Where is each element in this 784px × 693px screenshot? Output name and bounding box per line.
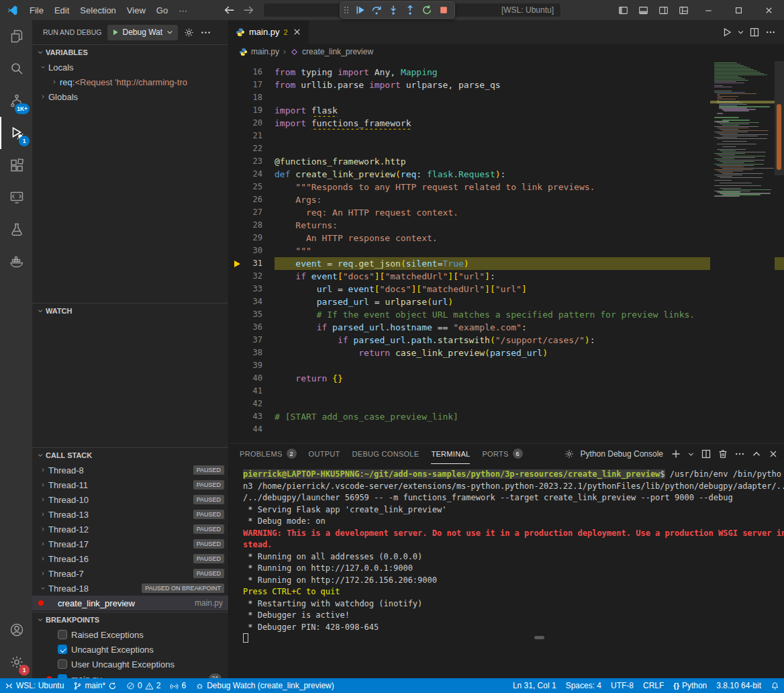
status-branch[interactable]: main* xyxy=(68,678,121,693)
gutter[interactable]: 32 xyxy=(229,270,275,283)
stop-button[interactable] xyxy=(435,2,452,18)
terminal-output[interactable]: pierrick@LAPTOP-HKU5PNNG:~/git/add-ons-s… xyxy=(229,464,784,678)
toggle-panel-icon[interactable] xyxy=(633,0,653,20)
code-line[interactable]: 35 # If the event object URL matches a s… xyxy=(229,308,784,321)
gutter[interactable]: 20 xyxy=(229,117,275,130)
close-window-button[interactable] xyxy=(754,0,784,20)
panel-more-actions-button[interactable] xyxy=(734,449,745,459)
menu-selection[interactable]: Selection xyxy=(75,5,121,15)
activitybar-docker[interactable] xyxy=(0,246,32,278)
breakpoint-checkbox[interactable] xyxy=(58,630,67,639)
tab-main-py[interactable]: main.py 2 xyxy=(229,20,309,44)
gutter[interactable]: 22 xyxy=(229,142,275,155)
code-line[interactable]: 23@functions_framework.http xyxy=(229,155,784,168)
panel-tab-output[interactable]: OUTPUT xyxy=(309,444,340,464)
new-terminal-button[interactable] xyxy=(671,449,681,459)
debug-config-dropdown[interactable]: Debug Wat xyxy=(107,25,179,40)
breadcrumb-create-link-preview[interactable]: create_link_preview xyxy=(290,47,373,56)
kill-terminal-button[interactable] xyxy=(718,449,728,459)
code-line[interactable]: 24def create_link_preview(req: flask.Req… xyxy=(229,168,784,181)
menu-more[interactable]: ··· xyxy=(173,5,193,15)
activitybar-testing[interactable] xyxy=(0,214,32,246)
breakpoint-checkbox[interactable] xyxy=(58,674,67,678)
panel-tab-ports[interactable]: PORTS6 xyxy=(482,444,522,464)
code-line[interactable]: 26 Args: xyxy=(229,193,784,206)
step-out-button[interactable] xyxy=(401,2,418,18)
close-panel-icon[interactable] xyxy=(768,449,779,459)
code-line[interactable]: 37 if parsed_url.path.startswith("/suppo… xyxy=(229,334,784,346)
watch-section-header[interactable]: WATCH xyxy=(32,304,228,318)
nav-forward-icon[interactable] xyxy=(242,3,255,17)
code-line[interactable]: 38 return case_link_preview(parsed_url) xyxy=(229,346,784,359)
callstack-thread-thread-16[interactable]: Thread-16PAUSED xyxy=(32,551,228,566)
gutter[interactable]: 26 xyxy=(229,193,275,206)
gutter[interactable]: 16 xyxy=(229,66,275,79)
nav-back-icon[interactable] xyxy=(223,3,236,17)
gutter[interactable]: 33 xyxy=(229,283,275,295)
minimize-button[interactable] xyxy=(693,0,724,20)
variables-item-globals[interactable]: Globals xyxy=(32,89,228,104)
gutter[interactable]: 30 xyxy=(229,244,275,257)
code-line[interactable]: 19import flask xyxy=(229,104,784,117)
code-line[interactable]: 32 if event["docs"]["matchedUrl"]["url"]… xyxy=(229,270,784,283)
terminal-launch-dropdown-icon[interactable] xyxy=(687,451,695,458)
maximize-button[interactable] xyxy=(724,0,754,20)
activitybar-settings[interactable]: 1 xyxy=(0,646,32,678)
activitybar-remote-explorer[interactable] xyxy=(0,181,32,214)
callstack-thread-thread-17[interactable]: Thread-17PAUSED xyxy=(32,537,228,551)
code-line[interactable]: 29 An HTTP response context. xyxy=(229,232,784,244)
code-line[interactable]: 20import functions_framework xyxy=(229,117,784,130)
callstack-frame-create-link-preview[interactable]: create_link_previewmain.py xyxy=(32,596,228,610)
code-line[interactable]: 16from typing import Any, Mapping xyxy=(229,66,784,79)
debug-gear-icon[interactable] xyxy=(183,27,195,38)
gutter[interactable]: 18 xyxy=(229,91,275,104)
breadcrumb-main-py[interactable]: main.py xyxy=(239,47,279,56)
gutter[interactable]: 44 xyxy=(229,423,275,436)
breakpoint-user-uncaught-exceptions[interactable]: User Uncaught Exceptions xyxy=(32,657,228,672)
code-line[interactable]: 21 xyxy=(229,130,784,142)
status-interpreter[interactable]: 3.8.10 64-bit xyxy=(712,678,766,693)
toggle-primary-sidebar-icon[interactable] xyxy=(613,0,633,20)
gutter[interactable]: 25 xyxy=(229,181,275,193)
code-line[interactable]: 36 if parsed_url.hostname == "example.co… xyxy=(229,321,784,334)
maximize-panel-icon[interactable] xyxy=(751,449,762,459)
activitybar-extensions[interactable] xyxy=(0,149,32,181)
gutter[interactable]: 21 xyxy=(229,130,275,142)
run-python-file-button[interactable] xyxy=(720,26,734,39)
code-line[interactable]: 31 event = req.get_json(silent=True) xyxy=(229,257,784,270)
code-line[interactable]: 17from urllib.parse import urlparse, par… xyxy=(229,79,784,91)
status-language[interactable]: {}Python xyxy=(669,678,712,693)
code-line[interactable]: 42 xyxy=(229,398,784,410)
callstack-thread-thread-10[interactable]: Thread-10PAUSED xyxy=(32,492,228,507)
split-terminal-button[interactable] xyxy=(701,449,712,459)
panel-tab-debug-console[interactable]: DEBUG CONSOLE xyxy=(352,444,420,464)
code-line[interactable]: 22 xyxy=(229,142,784,155)
callstack-thread-thread-7[interactable]: Thread-7PAUSED xyxy=(32,566,228,581)
terminal-name[interactable]: Python Debug Console xyxy=(581,449,663,459)
continue-button[interactable] xyxy=(351,2,368,18)
gutter[interactable]: 31 xyxy=(229,257,275,270)
breakpoints-section-header[interactable]: BREAKPOINTS xyxy=(32,612,228,627)
start-debugging-icon[interactable] xyxy=(111,28,119,36)
restart-button[interactable] xyxy=(418,2,435,18)
code-line[interactable]: 41 xyxy=(229,385,784,398)
customize-layout-icon[interactable] xyxy=(673,0,693,20)
code-line[interactable]: 25 """Responds to any HTTP request relat… xyxy=(229,181,784,193)
gutter[interactable]: 34 xyxy=(229,295,275,308)
breakpoint-checkbox[interactable] xyxy=(58,645,67,654)
menu-edit[interactable]: Edit xyxy=(49,5,75,15)
step-into-button[interactable] xyxy=(385,2,401,18)
status-problems[interactable]: 02 xyxy=(121,678,165,693)
code-editor[interactable]: 16from typing import Any, Mapping17from … xyxy=(229,60,784,443)
gutter[interactable]: 43 xyxy=(229,410,275,423)
callstack-thread-thread-18[interactable]: Thread-18PAUSED ON BREAKPOINT xyxy=(32,581,228,596)
callstack-thread-thread-13[interactable]: Thread-13PAUSED xyxy=(32,507,228,522)
editor-more-actions-button[interactable] xyxy=(764,26,777,39)
breakpoint-raised-exceptions[interactable]: Raised Exceptions xyxy=(32,627,228,642)
menu-view[interactable]: View xyxy=(121,5,151,15)
status-indentation[interactable]: Spaces: 4 xyxy=(561,678,606,693)
gutter[interactable]: 41 xyxy=(229,385,275,398)
status-cursor-position[interactable]: Ln 31, Col 1 xyxy=(508,678,561,693)
activitybar-run-and-debug[interactable]: 1 xyxy=(0,117,32,149)
code-line[interactable]: 34 parsed_url = urlparse(url) xyxy=(229,295,784,308)
